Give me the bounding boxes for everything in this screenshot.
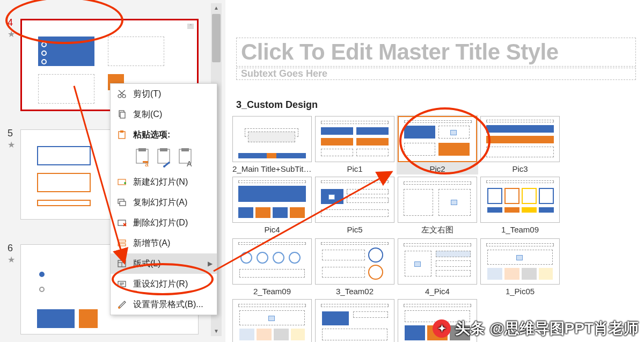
new-slide-icon — [116, 176, 128, 188]
svg-rect-7 — [120, 130, 123, 133]
paste-option-source[interactable] — [155, 147, 173, 168]
scroll-down-arrow-icon[interactable]: ▼ — [211, 326, 222, 336]
watermark-logo-icon: ✦ — [433, 319, 451, 338]
svg-point-35 — [118, 307, 120, 309]
section-icon — [116, 237, 128, 249]
scroll-up-arrow-icon[interactable]: ▲ — [211, 3, 222, 13]
svg-text:A: A — [187, 159, 192, 168]
svg-rect-16 — [181, 148, 189, 151]
paste-options-row: a A — [111, 145, 217, 172]
menu-add-section[interactable]: 新增节(A) — [111, 233, 217, 253]
thumb-number-4: 4 — [8, 17, 13, 28]
layout-gallery: 3_Custom Design 2_Main Title+SubTitle+Nu… — [228, 94, 641, 342]
paste-option-destination[interactable]: a — [133, 147, 151, 168]
layout-option[interactable]: Pic3 — [480, 116, 560, 173]
layout-option[interactable]: 5_Pic4 — [315, 299, 394, 342]
paste-option-text[interactable]: A — [176, 147, 194, 168]
layout-option[interactable]: 左文右图 — [398, 177, 477, 235]
layout-option[interactable]: Pic4 — [232, 177, 312, 235]
svg-point-14 — [163, 165, 165, 168]
svg-rect-13 — [160, 148, 167, 151]
duplicate-slide-icon — [116, 197, 128, 208]
gallery-section-title: 3_Custom Design — [236, 99, 641, 111]
layout-option[interactable]: 4_Pic4 — [398, 238, 477, 296]
layout-option[interactable]: 2_Team09 — [232, 238, 312, 296]
menu-paste-options-header: 粘贴选项: — [111, 125, 217, 145]
menu-reset-slide[interactable]: 重设幻灯片(R) — [111, 274, 217, 294]
svg-rect-11 — [143, 161, 148, 163]
menu-new-slide[interactable]: 新建幻灯片(N) — [111, 172, 217, 192]
star-icon: ★ — [8, 254, 15, 265]
reset-icon — [116, 278, 128, 290]
star-icon: ★ — [8, 29, 15, 39]
background-icon — [116, 299, 128, 310]
scrollbar-thumb[interactable] — [212, 14, 221, 62]
clipboard-icon — [116, 129, 128, 141]
menu-duplicate-slide[interactable]: 复制幻灯片(A) — [111, 192, 217, 213]
layout-option[interactable]: 2_Main Title+SubTitle+Num... — [232, 116, 312, 173]
svg-rect-22 — [120, 201, 126, 206]
layout-option[interactable]: Pic5 — [315, 177, 394, 235]
menu-layout[interactable]: 版式(L) ▶ — [111, 253, 217, 274]
svg-rect-18 — [118, 179, 126, 185]
menu-background-format[interactable]: 设置背景格式(B)... — [111, 294, 217, 315]
layout-option[interactable]: 2_Pic05 — [232, 299, 312, 342]
master-title-area: Click To Edit Master Title Style Subtext… — [236, 38, 636, 80]
menu-cut[interactable]: 剪切(T) — [111, 84, 217, 104]
svg-rect-27 — [118, 244, 126, 246]
thumb-number-6: 6 — [8, 243, 13, 254]
layout-option-highlighted[interactable]: Pic2 — [397, 115, 478, 174]
layout-icon — [116, 258, 128, 270]
layout-option[interactable]: 3_Team02 — [315, 238, 394, 296]
menu-copy[interactable]: 复制(C) — [111, 104, 217, 125]
layout-option[interactable]: 1_Pic05 — [480, 238, 560, 296]
svg-rect-9 — [138, 148, 146, 151]
subtitle-placeholder[interactable]: Subtext Goes Here — [236, 68, 636, 80]
context-menu: 剪切(T) 复制(C) 粘贴选项: a A 新建幻灯片(N) 复制幻灯片(A) … — [110, 83, 217, 315]
menu-delete-slide[interactable]: 删除幻灯片(D) — [111, 213, 217, 233]
delete-slide-icon — [116, 217, 128, 229]
thumb-number-5: 5 — [8, 128, 13, 139]
svg-rect-5 — [120, 112, 125, 118]
svg-rect-26 — [118, 240, 126, 242]
layout-option[interactable]: Pic1 — [315, 116, 394, 173]
collapse-icon[interactable]: ⌃ — [187, 24, 194, 29]
star-icon: ★ — [8, 140, 15, 150]
copy-icon — [116, 108, 128, 120]
layout-option[interactable]: 1_Team09 — [480, 177, 560, 235]
chevron-right-icon: ▶ — [208, 260, 213, 267]
title-placeholder[interactable]: Click To Edit Master Title Style — [236, 38, 636, 67]
scissors-icon — [116, 88, 128, 100]
watermark: ✦ 头条 @思维导图PPT肖老师 — [433, 318, 639, 339]
